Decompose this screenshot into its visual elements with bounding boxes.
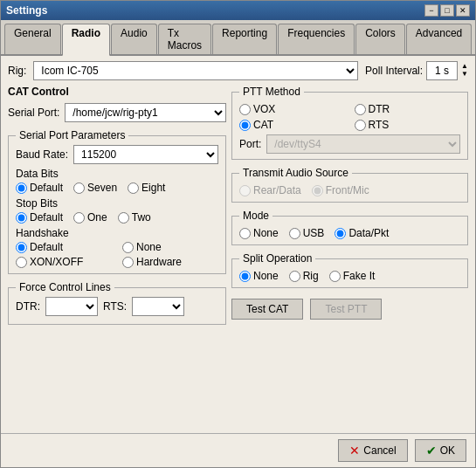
close-button[interactable]: ✕ bbox=[456, 4, 470, 17]
split-none[interactable]: None bbox=[239, 270, 279, 282]
handshake-group: Default None XON/XOFF bbox=[16, 241, 218, 268]
serial-port-label: Serial Port: bbox=[8, 107, 59, 119]
mode-data-pkt[interactable]: Data/Pkt bbox=[335, 227, 389, 239]
right-panel: PTT Method VOX DTR CAT bbox=[231, 86, 468, 428]
main-content: Rig: Icom IC-705 Poll Interval: 1 s ▲▼ C… bbox=[1, 56, 475, 433]
cancel-label: Cancel bbox=[363, 444, 396, 457]
ptt-port-row: Port: /dev/ttyS4 bbox=[239, 134, 460, 154]
data-bits-group: Default Seven Eight bbox=[16, 182, 218, 194]
tab-advanced[interactable]: Advanced bbox=[406, 24, 472, 54]
bottom-bar: ✕ Cancel ✔ OK bbox=[1, 433, 475, 467]
mode-options: None USB Data/Pkt bbox=[239, 227, 460, 239]
cancel-button[interactable]: ✕ Cancel bbox=[338, 439, 407, 462]
ok-button[interactable]: ✔ OK bbox=[415, 439, 466, 462]
stop-bits-two[interactable]: Two bbox=[118, 211, 151, 224]
split-options: None Rig Fake It bbox=[239, 270, 460, 282]
mode-group: Mode None USB Data/Pkt bbox=[231, 210, 468, 245]
split-operation-legend: Split Operation bbox=[239, 252, 315, 265]
settings-window: Settings − □ ✕ General Radio Audio Tx Ma… bbox=[0, 0, 476, 468]
serial-port-params-legend: Serial Port Parameters bbox=[16, 129, 128, 141]
rig-select[interactable]: Icom IC-705 bbox=[33, 61, 358, 80]
poll-label: Poll Interval: bbox=[365, 65, 423, 77]
stop-bits-one[interactable]: One bbox=[73, 211, 107, 224]
serial-port-select[interactable]: /home/jcw/rig-pty1 bbox=[65, 103, 226, 122]
rig-row: Rig: Icom IC-705 Poll Interval: 1 s ▲▼ bbox=[8, 61, 468, 80]
handshake-label: Handshake bbox=[16, 227, 218, 239]
data-bits-seven[interactable]: Seven bbox=[73, 182, 117, 194]
ptt-vox[interactable]: VOX bbox=[239, 103, 346, 115]
ok-label: OK bbox=[440, 444, 455, 457]
audio-rear-data[interactable]: Rear/Data bbox=[239, 184, 301, 196]
data-bits-eight[interactable]: Eight bbox=[128, 182, 165, 194]
ptt-rts[interactable]: RTS bbox=[355, 119, 461, 131]
ptt-options: VOX DTR CAT RTS bbox=[239, 103, 460, 131]
stop-bits-group: Default One Two bbox=[16, 211, 218, 224]
baud-rate-select[interactable]: 115200 bbox=[73, 145, 218, 164]
poll-spinner[interactable]: ▲▼ bbox=[461, 63, 468, 79]
cat-control-title: CAT Control bbox=[8, 86, 226, 98]
handshake-none[interactable]: None bbox=[122, 241, 218, 253]
split-rig[interactable]: Rig bbox=[289, 270, 319, 282]
minimize-button[interactable]: − bbox=[424, 4, 438, 17]
rig-label: Rig: bbox=[8, 65, 26, 77]
maximize-button[interactable]: □ bbox=[440, 4, 454, 17]
ptt-method-group: PTT Method VOX DTR CAT bbox=[231, 86, 468, 160]
data-bits-section: Data Bits Default Seven bbox=[16, 168, 218, 194]
test-cat-button[interactable]: Test CAT bbox=[231, 299, 303, 320]
tab-frequencies[interactable]: Frequencies bbox=[278, 24, 355, 54]
tab-tx-macros[interactable]: Tx Macros bbox=[158, 24, 211, 54]
split-operation-group: Split Operation None Rig Fake It bbox=[231, 252, 468, 288]
cancel-icon: ✕ bbox=[349, 444, 360, 458]
stop-bits-section: Stop Bits Default One bbox=[16, 197, 218, 224]
rts-select[interactable] bbox=[132, 297, 184, 316]
transmit-audio-group: Transmit Audio Source Rear/Data Front/Mi… bbox=[231, 167, 468, 203]
handshake-section: Handshake Default None bbox=[16, 227, 218, 268]
tab-radio[interactable]: Radio bbox=[62, 24, 110, 56]
tab-audio[interactable]: Audio bbox=[111, 24, 157, 54]
ptt-dtr[interactable]: DTR bbox=[355, 103, 461, 115]
force-control-row: DTR: RTS: bbox=[16, 297, 218, 316]
transmit-audio-legend: Transmit Audio Source bbox=[239, 167, 352, 179]
dtr-select[interactable] bbox=[45, 297, 98, 316]
tab-reporting[interactable]: Reporting bbox=[212, 24, 277, 54]
test-ptt-button[interactable]: Test PTT bbox=[310, 299, 382, 320]
window-title: Settings bbox=[6, 4, 47, 17]
tab-general[interactable]: General bbox=[4, 24, 61, 54]
ptt-port-label: Port: bbox=[239, 138, 261, 150]
poll-row: Poll Interval: 1 s ▲▼ bbox=[365, 61, 468, 80]
ptt-cat[interactable]: CAT bbox=[239, 119, 346, 131]
handshake-hardware[interactable]: Hardware bbox=[122, 256, 218, 268]
force-control-legend: Force Control Lines bbox=[16, 281, 114, 293]
ptt-method-legend: PTT Method bbox=[239, 86, 304, 98]
baud-rate-row: Baud Rate: 115200 bbox=[16, 145, 218, 164]
mode-none[interactable]: None bbox=[239, 227, 279, 239]
title-bar: Settings − □ ✕ bbox=[1, 1, 475, 20]
handshake-default[interactable]: Default bbox=[16, 241, 112, 253]
title-bar-buttons: − □ ✕ bbox=[424, 4, 470, 17]
split-fake-it[interactable]: Fake It bbox=[329, 270, 376, 282]
ok-icon: ✔ bbox=[426, 444, 437, 458]
mode-usb[interactable]: USB bbox=[289, 227, 325, 239]
test-buttons-row: Test CAT Test PTT bbox=[231, 299, 468, 320]
tab-colors[interactable]: Colors bbox=[355, 24, 405, 54]
poll-input[interactable]: 1 s bbox=[426, 61, 458, 80]
data-bits-default[interactable]: Default bbox=[16, 182, 63, 194]
stop-bits-label: Stop Bits bbox=[16, 197, 218, 210]
data-bits-label: Data Bits bbox=[16, 168, 218, 180]
handshake-xon-xoff[interactable]: XON/XOFF bbox=[16, 256, 112, 268]
serial-port-row: Serial Port: /home/jcw/rig-pty1 bbox=[8, 103, 226, 122]
tabs-bar: General Radio Audio Tx Macros Reporting … bbox=[1, 20, 475, 56]
stop-bits-default[interactable]: Default bbox=[16, 211, 63, 224]
baud-rate-label: Baud Rate: bbox=[16, 148, 68, 161]
dtr-label: DTR: bbox=[16, 300, 40, 313]
transmit-audio-options: Rear/Data Front/Mic bbox=[239, 184, 460, 196]
ptt-port-select[interactable]: /dev/ttyS4 bbox=[266, 134, 460, 154]
force-control-group: Force Control Lines DTR: RTS: bbox=[8, 281, 226, 325]
audio-front-mic[interactable]: Front/Mic bbox=[312, 184, 369, 196]
mode-legend: Mode bbox=[239, 210, 272, 222]
left-panel: CAT Control Serial Port: /home/jcw/rig-p… bbox=[8, 86, 226, 428]
main-panels: CAT Control Serial Port: /home/jcw/rig-p… bbox=[8, 86, 468, 428]
serial-port-params-group: Serial Port Parameters Baud Rate: 115200… bbox=[8, 129, 226, 274]
rts-label: RTS: bbox=[103, 300, 127, 313]
